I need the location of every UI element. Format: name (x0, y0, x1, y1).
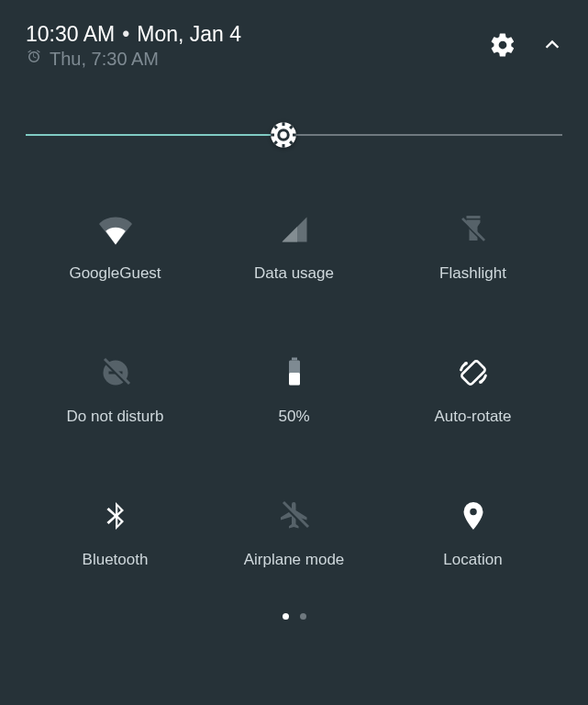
header: 10:30 AM • Mon, Jan 4 Thu, 7:30 AM (26, 22, 562, 70)
svg-rect-17 (292, 358, 297, 361)
bluetooth-icon (97, 498, 134, 534)
svg-rect-18 (289, 373, 300, 386)
quick-settings-panel: 10:30 AM • Mon, Jan 4 Thu, 7:30 AM (0, 0, 588, 620)
tile-label: Data usage (254, 264, 334, 283)
rotate-icon (455, 354, 492, 391)
tile-airplane[interactable]: Airplane mode (205, 498, 383, 569)
dnd-icon (97, 354, 134, 391)
clock-date: Mon, Jan 4 (137, 22, 241, 47)
brightness-slider[interactable] (26, 121, 562, 149)
tile-label: Airplane mode (244, 551, 345, 569)
page-indicator[interactable] (26, 613, 562, 620)
wifi-icon (97, 211, 134, 248)
flashlight-icon (455, 211, 492, 248)
next-alarm[interactable]: Thu, 7:30 AM (26, 49, 489, 70)
tile-label: Do not disturb (67, 408, 164, 426)
collapse-icon[interactable] (542, 35, 562, 59)
svg-line-8 (274, 141, 277, 144)
settings-icon[interactable] (489, 31, 516, 62)
cellular-icon (276, 211, 313, 248)
datetime-block[interactable]: 10:30 AM • Mon, Jan 4 Thu, 7:30 AM (26, 22, 489, 70)
tile-label: 50% (278, 408, 309, 426)
brightness-thumb[interactable] (270, 121, 297, 149)
svg-line-7 (290, 141, 293, 144)
battery-icon (276, 354, 313, 391)
tile-location[interactable]: Location (383, 498, 562, 569)
tile-label: Auto-rotate (434, 408, 511, 426)
tile-label: Location (443, 551, 502, 569)
tile-flashlight[interactable]: Flashlight (383, 211, 562, 283)
tile-label: GoogleGuest (69, 264, 161, 283)
alarm-icon (26, 49, 42, 70)
pager-dot-0[interactable] (283, 613, 289, 620)
tile-wifi[interactable]: GoogleGuest (26, 211, 205, 283)
tile-battery[interactable]: 50% (205, 354, 383, 426)
tile-grid: GoogleGuest Data usage Flashlight Do not… (26, 211, 562, 569)
pager-dot-1[interactable] (300, 613, 306, 620)
separator-dot: • (122, 22, 129, 47)
clock-time: 10:30 AM (26, 22, 115, 47)
brightness-track-fill (26, 134, 283, 136)
tile-label: Flashlight (439, 264, 506, 283)
location-icon (455, 498, 492, 534)
svg-line-9 (290, 126, 293, 129)
tile-auto-rotate[interactable]: Auto-rotate (383, 354, 562, 426)
svg-line-6 (274, 126, 277, 129)
alarm-text: Thu, 7:30 AM (50, 49, 159, 70)
tile-dnd[interactable]: Do not disturb (26, 354, 205, 426)
tile-data-usage[interactable]: Data usage (205, 211, 383, 283)
airplane-icon (276, 498, 313, 534)
tile-bluetooth[interactable]: Bluetooth (26, 498, 205, 569)
tile-label: Bluetooth (83, 551, 149, 569)
